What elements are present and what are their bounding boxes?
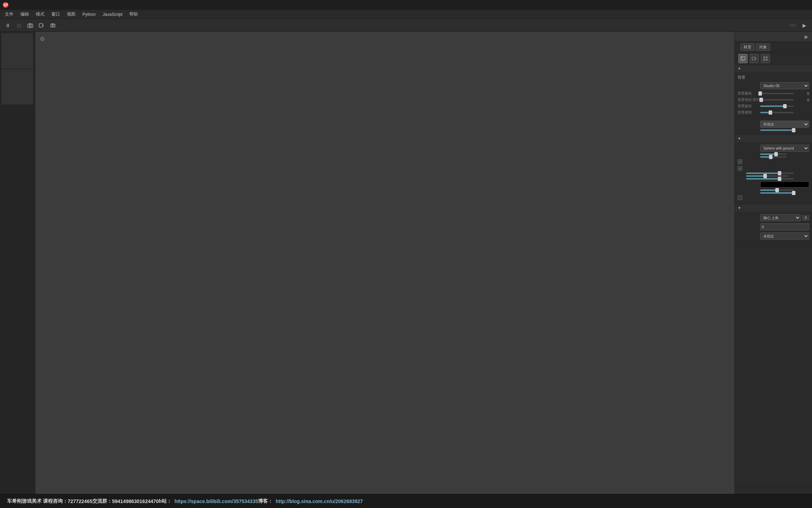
thumbnail-2[interactable] xyxy=(1,69,33,104)
dome-scale-slider[interactable] xyxy=(760,156,787,158)
status-blog-url[interactable]: http://blog.sina.com.cn/u/2062683927 xyxy=(276,498,363,504)
menu-mode[interactable]: 模式 xyxy=(32,10,48,18)
floor-row: ✓ xyxy=(738,165,809,172)
menu-javascript[interactable]: JavaScript xyxy=(99,11,126,18)
background-section-content: 背景 Studio 05 背景颜色 0 xyxy=(735,72,812,134)
thumbnail-1[interactable] xyxy=(1,33,33,68)
view-mode-row: 材质 对象 xyxy=(735,42,812,53)
dome-x-row xyxy=(738,172,809,175)
shadow-mode-select[interactable]: 环境光 xyxy=(760,121,809,128)
view-mode-object[interactable]: 对象 xyxy=(756,43,770,51)
panel-header: ▶ xyxy=(735,32,812,42)
background-section-header[interactable]: ▼ xyxy=(735,65,812,72)
icon-row xyxy=(735,53,812,65)
camera-section: ▼ 轴心 上角 0 xyxy=(735,204,812,244)
viewport[interactable]: ⚙ xyxy=(35,32,734,494)
bg-color-value: 0 xyxy=(795,91,809,96)
bg-sub-label-row: 背景 xyxy=(738,74,809,81)
bg-color-row: 背景颜色 0 xyxy=(738,90,809,97)
display-settings-label[interactable] xyxy=(789,24,796,27)
panel-expand-button[interactable]: ▶ xyxy=(799,20,809,30)
pause-button[interactable]: ⏸ xyxy=(3,20,13,30)
dome-type-select[interactable]: Sphere with ground xyxy=(760,145,809,152)
floor-color-checkbox[interactable]: ✓ xyxy=(738,159,742,164)
menu-edit[interactable]: 编辑 xyxy=(17,10,32,18)
camera-section-header[interactable]: ▼ xyxy=(735,204,812,212)
bg-rotation-label: 背景旋转 xyxy=(738,104,759,109)
video-button[interactable] xyxy=(37,20,47,30)
bottom-hint xyxy=(735,487,812,494)
dome-radius-slider[interactable] xyxy=(760,153,787,155)
icon-video[interactable] xyxy=(750,54,759,63)
status-group2: 301624470 xyxy=(134,498,159,504)
shadow-strength-row xyxy=(738,129,809,132)
app-icon: SP xyxy=(3,2,8,8)
icon-image[interactable] xyxy=(738,54,748,63)
svg-point-3 xyxy=(29,25,31,27)
camera-arrow: ▼ xyxy=(738,206,741,210)
status-group-label: 交流群： xyxy=(92,498,112,504)
bg-exposure-row: 背景强光 (EV) 0 xyxy=(738,97,809,103)
fov-button[interactable]: 0 xyxy=(802,215,809,220)
bg-transparent-slider[interactable] xyxy=(760,112,794,113)
svg-rect-9 xyxy=(52,23,53,24)
status-bar: 车希刚游戏美术 课程咨询： 727722465 交流群： 59414986 30… xyxy=(0,494,812,508)
svg-text:SP: SP xyxy=(3,3,8,7)
view-mode-texture[interactable]: 材质 xyxy=(740,43,755,51)
menu-bar: 文件 编辑 模式 窗口 视图 Python JavaScript 帮助 xyxy=(0,10,812,19)
menu-python[interactable]: Python xyxy=(79,11,99,18)
lens-row xyxy=(738,222,809,231)
bg-exposure-slider[interactable] xyxy=(761,99,794,101)
projection-row: 轴心 上角 0 xyxy=(738,213,809,222)
screenshot-button[interactable] xyxy=(48,20,58,30)
lens-input[interactable] xyxy=(760,223,809,230)
compare-select[interactable]: 未指定 xyxy=(760,232,809,240)
menu-view[interactable]: 视图 xyxy=(63,10,79,18)
maximize-button[interactable] xyxy=(788,0,798,10)
visible-checkbox[interactable] xyxy=(738,195,742,200)
svg-marker-13 xyxy=(755,58,756,59)
menu-help[interactable]: 帮助 xyxy=(126,10,141,18)
camera-button[interactable] xyxy=(25,20,35,30)
compare-row: 未指定 xyxy=(738,231,809,241)
dome-section-header[interactable]: ▼ xyxy=(735,135,812,142)
divider-1 xyxy=(738,116,809,117)
menu-file[interactable]: 文件 xyxy=(1,10,17,18)
status-hint xyxy=(804,499,805,503)
viewport-gear-icon[interactable]: ⚙ xyxy=(38,35,47,43)
bg-exposure-value: 0 xyxy=(795,98,809,102)
texture-select[interactable]: Studio 05 xyxy=(760,82,809,89)
frame-button[interactable]: □ xyxy=(14,20,24,30)
floor-checkbox[interactable]: ✓ xyxy=(738,166,742,171)
bg-transparent-row: 背景透明 xyxy=(738,109,809,116)
dome-radius-row xyxy=(738,153,809,156)
glossiness-slider[interactable] xyxy=(760,189,794,191)
toolbar: ⏸ □ ▶ xyxy=(0,19,812,32)
status-group1: 59414986 xyxy=(112,498,134,504)
dome-type-row: Sphere with ground xyxy=(738,144,809,153)
status-phone: 727722465 xyxy=(68,498,92,504)
shadow-intensity-slider[interactable] xyxy=(760,192,794,194)
minimize-button[interactable] xyxy=(777,0,787,10)
dome-z-slider[interactable] xyxy=(746,178,794,180)
icon-grid[interactable] xyxy=(761,54,770,63)
bg-rotation-slider[interactable] xyxy=(760,105,794,107)
svg-point-11 xyxy=(742,57,743,58)
bg-color-label: 背景颜色 xyxy=(738,91,759,96)
dome-x-slider[interactable] xyxy=(746,173,794,174)
main-viewport-canvas xyxy=(35,32,734,494)
close-button[interactable] xyxy=(799,0,809,10)
shadow-strength-slider[interactable] xyxy=(760,129,794,131)
bg-exposure-label: 背景强光 (EV) xyxy=(738,97,760,102)
svg-rect-4 xyxy=(29,23,31,24)
panel-close-icon[interactable]: ▶ xyxy=(805,34,808,40)
reflectivity-color[interactable] xyxy=(760,181,809,188)
projection-select[interactable]: 轴心 上角 xyxy=(760,214,801,221)
status-bilibili-url[interactable]: https://space.bilibili.com/357534335 xyxy=(174,498,258,504)
bg-color-slider[interactable] xyxy=(760,93,794,94)
bg-sub-label: 背景 xyxy=(738,75,759,80)
menu-window[interactable]: 窗口 xyxy=(48,10,63,18)
viewport-content: ⚙ xyxy=(35,32,734,494)
left-thumbnail-panel xyxy=(0,32,35,494)
dome-y-slider[interactable] xyxy=(746,175,788,177)
